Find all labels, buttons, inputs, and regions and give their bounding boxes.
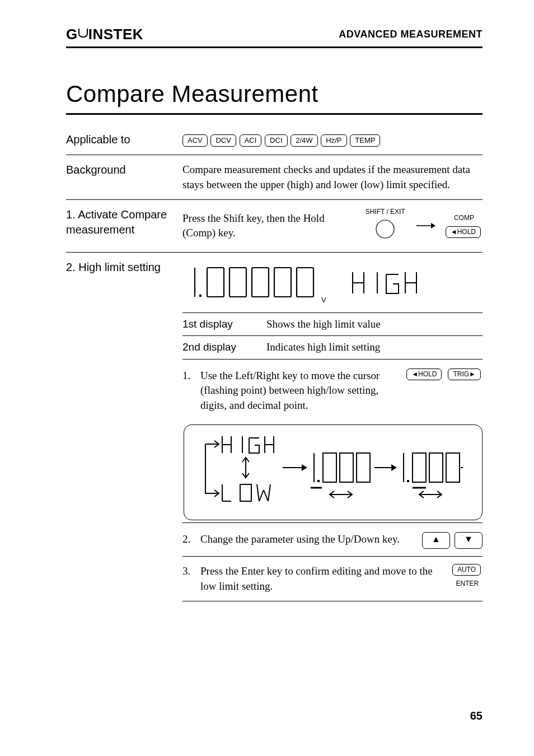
logo-prefix: G <box>66 26 78 43</box>
comp-label: COMP <box>446 213 483 223</box>
applicable-keys: ACV DCV ACI DCI 2/4W Hz/P TEMP <box>182 132 483 147</box>
step-3-text: Press the Enter key to confirm editing a… <box>200 564 446 594</box>
key-temp: TEMP <box>350 134 380 147</box>
brand-logo: GINSTEK <box>66 26 143 43</box>
svg-rect-37 <box>340 453 353 482</box>
up-key: ▲ <box>422 532 450 549</box>
shift-label: SHIFT / EXIT <box>366 207 405 217</box>
svg-line-30 <box>264 490 268 501</box>
activate-label: 1. Activate Compare measurement <box>66 207 182 244</box>
activate-text: Press the Shift key, then the Hold (Comp… <box>182 211 355 241</box>
svg-rect-4 <box>199 295 202 297</box>
secondary-display-icon <box>348 269 438 300</box>
svg-rect-46 <box>429 453 443 482</box>
second-display-label: 2nd display <box>182 340 266 355</box>
svg-rect-38 <box>357 453 370 482</box>
first-display-text: Shows the high limit value <box>266 317 381 332</box>
svg-marker-33 <box>302 464 307 471</box>
diagram-svg <box>194 433 463 506</box>
svg-rect-5 <box>207 268 224 297</box>
svg-rect-27 <box>240 484 251 501</box>
highlimit-label: 2. High limit setting <box>66 260 182 602</box>
page-number: 65 <box>470 710 483 722</box>
cursor-diagram <box>184 424 483 521</box>
down-key: ▼ <box>455 532 483 549</box>
svg-point-0 <box>376 220 394 238</box>
svg-rect-8 <box>274 268 291 297</box>
enter-label: ENTER <box>456 579 479 589</box>
first-display-label: 1st display <box>182 317 266 332</box>
svg-rect-6 <box>229 268 246 297</box>
svg-rect-44 <box>407 480 409 482</box>
key-dci: DCI <box>265 134 287 147</box>
key-hzp: Hz/P <box>321 134 346 147</box>
step-1-text: Use the Left/Right key to move the curso… <box>200 368 400 413</box>
background-text: Compare measurement checks and updates i… <box>182 162 483 192</box>
auto-key: AUTO <box>452 564 481 576</box>
svg-rect-45 <box>413 453 426 482</box>
applicable-label: Applicable to <box>66 132 182 147</box>
svg-rect-35 <box>317 480 320 482</box>
svg-line-31 <box>268 484 270 501</box>
svg-rect-47 <box>446 453 460 482</box>
hold-left-key: ◄HOLD <box>406 368 442 380</box>
step-1-num: 1. <box>182 368 200 384</box>
hold-key: ◄HOLD <box>446 226 481 238</box>
second-display-text: Indicates high limit setting <box>266 340 380 355</box>
svg-rect-36 <box>323 453 336 482</box>
unit-v: V <box>321 296 326 304</box>
arrow-icon <box>415 214 435 237</box>
svg-line-28 <box>257 484 259 501</box>
key-24w: 2/4W <box>291 134 317 147</box>
logo-suffix: INSTEK <box>88 26 143 43</box>
key-dcv: DCV <box>210 134 236 147</box>
background-label: Background <box>66 162 182 192</box>
svg-rect-9 <box>297 268 313 297</box>
svg-line-29 <box>259 490 264 501</box>
svg-marker-2 <box>431 223 435 228</box>
step-3-num: 3. <box>182 564 200 579</box>
svg-marker-42 <box>391 464 397 471</box>
main-display-icon: V <box>182 263 328 306</box>
step-2-num: 2. <box>182 532 200 547</box>
svg-rect-7 <box>252 268 269 297</box>
header-section: ADVANCED MEASUREMENT <box>339 29 483 40</box>
page-title: Compare Measurement <box>66 81 483 108</box>
key-acv: ACV <box>182 134 208 147</box>
trig-right-key: TRIG► <box>448 368 481 380</box>
shift-key-icon <box>374 218 396 240</box>
step-2-text: Change the parameter using the Up/Down k… <box>200 532 415 549</box>
key-aci: ACI <box>240 134 262 147</box>
